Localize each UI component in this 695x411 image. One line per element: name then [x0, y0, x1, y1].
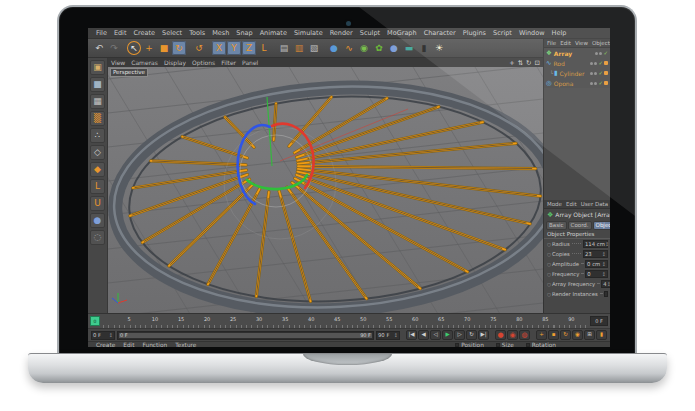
radius-field[interactable]: 114 cm↕ — [583, 240, 608, 248]
texture-mode-icon[interactable]: ▒ — [90, 111, 105, 126]
menu-snap[interactable]: Snap — [236, 29, 252, 37]
step-back-button[interactable]: ◁ — [430, 330, 441, 340]
material-menu-create[interactable]: Create — [96, 342, 115, 347]
menu-animate[interactable]: Animate — [260, 29, 287, 37]
snap-icon[interactable]: U — [90, 196, 105, 211]
keyframe-selection-button[interactable]: ◍ — [519, 330, 530, 340]
step-forward-button[interactable]: ▷ — [454, 330, 465, 340]
key-rotation-toggle[interactable]: ↻ — [560, 330, 571, 340]
tag-icon[interactable] — [604, 71, 608, 75]
copies-field[interactable]: 23↕ — [583, 250, 608, 258]
toggle-rotation[interactable]: Rotation — [526, 342, 556, 347]
frequency-field[interactable]: 0↕ — [585, 270, 608, 278]
menu-edit[interactable]: Edit — [114, 29, 127, 37]
visibility-dot[interactable] — [590, 82, 593, 85]
axis-mode-icon[interactable]: L — [90, 179, 105, 194]
menu-window[interactable]: Window — [519, 29, 545, 37]
object-row[interactable]: ◎Opona✓ — [544, 78, 610, 88]
array-frequency-field[interactable]: 4↕ — [601, 280, 610, 288]
om-menu-file[interactable]: File — [547, 40, 556, 46]
enabled-check-icon[interactable]: ✓ — [598, 80, 603, 86]
lock-icon[interactable]: ◌ — [90, 230, 105, 245]
toggle-position[interactable]: Position — [455, 342, 484, 347]
lock-x-axis-icon[interactable]: X — [212, 41, 226, 55]
tab-coord[interactable]: Coord. — [568, 221, 592, 230]
goto-start-button[interactable]: |◀ — [406, 330, 417, 340]
toggle-size[interactable]: Size — [496, 342, 514, 347]
menu-tools[interactable]: Tools — [189, 29, 205, 37]
stepper-icon[interactable]: ↕ — [602, 271, 606, 277]
viewport-menu-filter[interactable]: Filter — [221, 59, 236, 66]
menu-script[interactable]: Script — [493, 29, 512, 37]
timeline-range-slider[interactable]: 0 F 90 F — [117, 331, 374, 340]
rotate-view-icon[interactable]: ↻ — [526, 59, 531, 67]
stepper-icon[interactable]: ↕ — [605, 241, 609, 247]
material-menu-edit[interactable]: Edit — [123, 342, 134, 347]
material-menu-function[interactable]: Function — [143, 342, 168, 347]
object-flags[interactable]: ✓ — [590, 70, 608, 76]
key-pla-toggle[interactable]: ⊞ — [584, 330, 595, 340]
stepper-icon[interactable]: ↕ — [602, 251, 606, 257]
object-row[interactable]: ∿Rod✓ — [544, 58, 610, 68]
enabled-check-icon[interactable]: ✓ — [598, 70, 603, 76]
range-end-field[interactable]: 90 F↕ — [376, 331, 400, 340]
goto-end-button[interactable]: ▶| — [478, 330, 489, 340]
model-mode-icon[interactable]: ■ — [90, 77, 105, 92]
timeline-ruler[interactable]: 0 51015202530354045505560657075808590 0 … — [88, 314, 610, 329]
visibility-dot[interactable] — [599, 52, 602, 55]
menu-select[interactable]: Select — [162, 29, 182, 37]
anim-dot-icon[interactable]: ○ — [547, 242, 551, 247]
make-editable-icon[interactable]: ▣ — [90, 60, 105, 75]
size-checkbox[interactable] — [496, 343, 500, 347]
scale-tool-icon[interactable]: ■ — [157, 41, 171, 55]
anim-dot-icon[interactable]: ○ — [547, 262, 551, 267]
menu-file[interactable]: File — [96, 29, 107, 37]
viewport-menu-options[interactable]: Options — [192, 59, 215, 66]
move-tool-icon[interactable]: + — [142, 41, 156, 55]
render-instances-checkbox[interactable] — [604, 291, 608, 297]
anim-dot-icon[interactable]: ○ — [547, 272, 551, 277]
menu-create[interactable]: Create — [133, 29, 155, 37]
object-flags[interactable]: ✓ — [590, 60, 608, 66]
key-parameter-toggle[interactable]: ◉ — [572, 330, 583, 340]
floor-icon[interactable]: ▬ — [402, 41, 416, 55]
object-row[interactable]: └▮Cylinder✓ — [544, 68, 610, 78]
spline-pen-icon[interactable]: ∿ — [342, 41, 356, 55]
polygons-mode-icon[interactable]: ◆ — [90, 162, 105, 177]
amplitude-field[interactable]: 0 cm↕ — [585, 260, 608, 268]
live-selection-icon[interactable]: ↖ — [127, 41, 141, 55]
last-tool-icon[interactable]: ↺ — [192, 41, 206, 55]
enabled-check-icon[interactable]: ✓ — [603, 50, 608, 56]
light-icon[interactable]: ☀ — [432, 41, 446, 55]
render-picture-viewer-icon[interactable]: ▥ — [292, 41, 306, 55]
tag-icon[interactable] — [604, 81, 608, 85]
viewport-3d[interactable]: Perspective — [108, 67, 543, 313]
subdivision-surface-icon[interactable]: ◉ — [357, 41, 371, 55]
stepper-icon[interactable]: ↕ — [607, 281, 610, 287]
timeline-marker-button[interactable]: ▮ — [596, 330, 607, 340]
anim-dot-icon[interactable]: ○ — [547, 282, 551, 287]
material-menu-texture[interactable]: Texture — [175, 342, 196, 347]
key-position-toggle[interactable]: + — [536, 330, 547, 340]
key-scale-toggle[interactable]: ▪ — [548, 330, 559, 340]
redo-icon[interactable]: ↷ — [107, 41, 121, 55]
visibility-dot[interactable] — [594, 72, 597, 75]
metaball-icon[interactable]: ● — [387, 41, 401, 55]
menu-simulate[interactable]: Simulate — [294, 29, 323, 37]
points-mode-icon[interactable]: ∴ — [90, 128, 105, 143]
mograph-icon[interactable]: ✿ — [372, 41, 386, 55]
visibility-dot[interactable] — [594, 82, 597, 85]
am-menu-edit[interactable]: Edit — [566, 201, 577, 207]
position-checkbox[interactable] — [455, 343, 459, 347]
visibility-dot[interactable] — [590, 62, 593, 65]
viewport-filter-icon[interactable]: ● — [90, 213, 105, 228]
enabled-check-icon[interactable]: ✓ — [598, 60, 603, 66]
lock-z-axis-icon[interactable]: Z — [242, 41, 256, 55]
record-active-objects-button[interactable]: ● — [495, 330, 506, 340]
toggle-view-icon[interactable]: ⊡ — [535, 59, 540, 67]
menu-help[interactable]: Help — [552, 29, 567, 37]
menu-plugins[interactable]: Plugins — [463, 29, 486, 37]
rotate-tool-icon[interactable]: ↻ — [172, 41, 186, 55]
visibility-dot[interactable] — [590, 72, 593, 75]
menu-mesh[interactable]: Mesh — [212, 29, 229, 37]
